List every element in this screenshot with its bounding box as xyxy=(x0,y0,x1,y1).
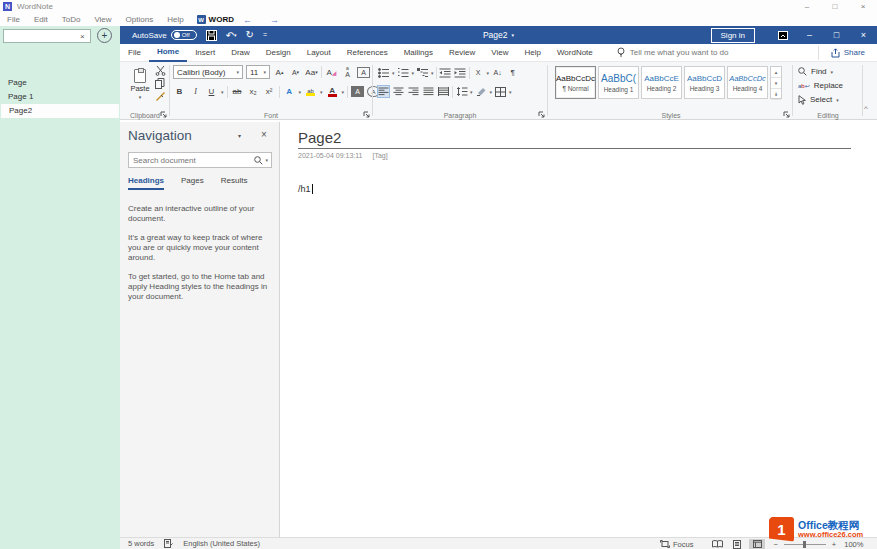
navigation-options-icon[interactable]: ▾ xyxy=(238,132,241,139)
collapse-ribbon-button[interactable]: ^ xyxy=(864,104,868,113)
read-mode-button[interactable] xyxy=(709,539,725,549)
underline-button[interactable]: U xyxy=(205,85,218,98)
grow-font-button[interactable]: A▴ xyxy=(273,66,286,79)
text-effects-button[interactable]: A xyxy=(283,85,296,98)
copy-button[interactable] xyxy=(155,78,166,89)
language-status[interactable]: English (United States) xyxy=(183,539,260,548)
decrease-indent-button[interactable] xyxy=(439,66,452,79)
nav-tab-headings[interactable]: Headings xyxy=(128,176,164,190)
page-list-item-selected[interactable]: Page2 xyxy=(1,104,119,118)
autosave-toggle[interactable]: AutoSave Off xyxy=(132,30,197,40)
word-minimize-button[interactable]: – xyxy=(796,30,823,40)
sign-in-button[interactable]: Sign in xyxy=(711,28,755,43)
ribbon-tab-insert[interactable]: Insert xyxy=(187,45,223,61)
distribute-button[interactable] xyxy=(437,85,450,98)
justify-button[interactable] xyxy=(422,85,435,98)
ribbon-display-options-button[interactable] xyxy=(769,31,796,40)
find-button[interactable]: Find▾ xyxy=(798,65,833,78)
navigation-close-icon[interactable]: × xyxy=(261,129,267,140)
ribbon-tab-layout[interactable]: Layout xyxy=(299,45,339,61)
menu-item-options[interactable]: Options xyxy=(119,15,161,24)
clear-search-icon[interactable]: × xyxy=(80,32,85,41)
tell-me-box[interactable]: Tell me what you want to do xyxy=(617,47,729,58)
menu-item-view[interactable]: View xyxy=(87,15,118,24)
phonetic-guide-button[interactable]: aA xyxy=(341,66,354,79)
document-title-dropdown[interactable]: Page2▾ xyxy=(483,30,514,40)
ribbon-tab-draw[interactable]: Draw xyxy=(223,45,258,61)
cut-button[interactable] xyxy=(155,65,166,76)
forward-arrow-button[interactable]: → xyxy=(261,15,288,25)
word-toggle-button[interactable]: W WORD xyxy=(197,15,234,24)
add-page-button[interactable]: + xyxy=(97,28,112,43)
superscript-button[interactable]: x² xyxy=(263,85,276,98)
window-minimize-button[interactable]: – xyxy=(793,0,821,13)
word-close-button[interactable]: × xyxy=(850,30,877,40)
share-button[interactable]: Share xyxy=(818,46,877,60)
back-arrow-button[interactable]: ← xyxy=(234,15,261,25)
font-family-combobox[interactable]: Calibri (Body)▾ xyxy=(173,65,243,79)
menu-item-help[interactable]: Help xyxy=(160,15,190,24)
character-shading-button[interactable]: A xyxy=(351,86,364,97)
undo-button[interactable]: ↶▾ xyxy=(226,30,237,41)
redo-button[interactable]: ↻ xyxy=(246,30,254,40)
paste-button[interactable]: Paste ▾ xyxy=(127,64,153,104)
focus-button[interactable]: Focus xyxy=(673,540,693,549)
page-list-item[interactable]: Page 1 xyxy=(0,90,120,104)
word-maximize-button[interactable]: □ xyxy=(823,30,850,40)
ribbon-tab-wordnote[interactable]: WordNote xyxy=(549,45,601,61)
align-center-button[interactable] xyxy=(392,85,405,98)
strikethrough-button[interactable]: ab xyxy=(231,85,244,98)
replace-button[interactable]: ab↩ Replace xyxy=(798,79,843,92)
ribbon-tab-help[interactable]: Help xyxy=(516,45,548,61)
shading-button[interactable] xyxy=(475,85,488,98)
ribbon-tab-home[interactable]: Home xyxy=(149,44,187,62)
window-close-button[interactable]: × xyxy=(849,0,877,13)
ribbon-tab-references[interactable]: References xyxy=(339,45,396,61)
font-size-combobox[interactable]: 11▾ xyxy=(246,65,270,79)
proofing-icon[interactable] xyxy=(164,539,173,548)
multilevel-list-button[interactable] xyxy=(416,66,429,79)
character-border-button[interactable]: A xyxy=(357,67,370,78)
style-normal[interactable]: AaBbCcDc ¶ Normal xyxy=(555,66,596,99)
clear-formatting-button[interactable]: A◢ xyxy=(325,66,338,79)
ribbon-tab-view[interactable]: View xyxy=(483,45,516,61)
navigation-search-input[interactable] xyxy=(129,156,254,165)
document-page-title[interactable]: Page2 xyxy=(298,129,341,146)
subscript-button[interactable]: x₂ xyxy=(247,85,260,98)
search-magnifier-icon[interactable] xyxy=(254,156,265,165)
align-right-button[interactable] xyxy=(407,85,420,98)
nav-tab-pages[interactable]: Pages xyxy=(181,176,204,190)
menu-item-todo[interactable]: ToDo xyxy=(55,15,88,24)
asian-layout-button[interactable]: X xyxy=(472,66,485,79)
increase-indent-button[interactable] xyxy=(454,66,467,79)
shrink-font-button[interactable]: A▾ xyxy=(289,66,302,79)
change-case-button[interactable]: Aa▾ xyxy=(305,66,318,79)
search-options-icon[interactable]: ▾ xyxy=(265,157,271,163)
bold-button[interactable]: B xyxy=(173,85,186,98)
sidebar-search-input[interactable] xyxy=(3,29,91,43)
show-hide-marks-button[interactable]: ¶ xyxy=(506,66,519,79)
ribbon-tab-file[interactable]: File xyxy=(120,45,149,61)
style-heading1[interactable]: AaBbC( Heading 1 xyxy=(598,66,639,99)
align-left-button[interactable] xyxy=(377,85,390,98)
window-maximize-button[interactable]: □ xyxy=(821,0,849,13)
customize-quick-access-button[interactable]: = xyxy=(263,30,267,40)
sort-button[interactable]: A↓ xyxy=(491,66,504,79)
ribbon-tab-mailings[interactable]: Mailings xyxy=(396,45,441,61)
numbering-button[interactable] xyxy=(397,66,410,79)
highlight-color-button[interactable]: ab xyxy=(304,85,317,98)
ribbon-tab-review[interactable]: Review xyxy=(441,45,483,61)
style-heading4[interactable]: AaBbCcDc Heading 4 xyxy=(727,66,768,99)
styles-dialog-launcher[interactable] xyxy=(783,111,790,118)
select-button[interactable]: Select▾ xyxy=(798,93,839,106)
ribbon-tab-design[interactable]: Design xyxy=(258,45,299,61)
page-list-item[interactable]: Page xyxy=(0,76,120,90)
bullets-button[interactable] xyxy=(377,66,390,79)
font-color-button[interactable]: A xyxy=(326,85,339,98)
style-heading3[interactable]: AaBbCcD Heading 3 xyxy=(684,66,725,99)
word-count[interactable]: 5 words xyxy=(128,539,154,548)
format-painter-button[interactable] xyxy=(155,91,166,101)
line-spacing-button[interactable] xyxy=(455,85,468,98)
italic-button[interactable]: I xyxy=(189,85,202,98)
menu-item-file[interactable]: File xyxy=(0,15,27,24)
